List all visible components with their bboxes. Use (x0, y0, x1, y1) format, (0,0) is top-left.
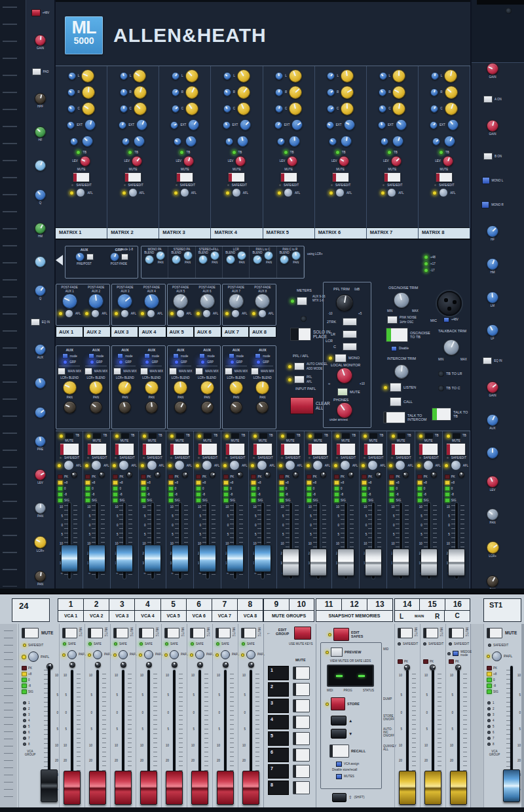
mute-button[interactable] (198, 443, 217, 455)
mute-group-button-4[interactable] (293, 716, 310, 729)
matrix-source-knob[interactable] (174, 138, 181, 145)
right-button[interactable] (482, 177, 490, 184)
trim-knob[interactable] (320, 472, 326, 478)
trim-knob[interactable] (348, 472, 354, 478)
right-lev-knob[interactable] (487, 476, 498, 488)
pink-noise-button[interactable] (387, 316, 398, 324)
fader-cap[interactable] (242, 771, 259, 805)
matrix-dest-knob[interactable] (240, 119, 251, 130)
vca-assign-button[interactable] (336, 762, 342, 767)
matrix-source-knob[interactable] (326, 121, 334, 129)
matrix-afl-button[interactable] (128, 188, 138, 197)
aux-afl-button[interactable] (147, 309, 155, 318)
matrix-source-knob[interactable] (67, 105, 75, 113)
matrix-lev-knob[interactable] (132, 156, 142, 166)
mute-button[interactable] (62, 628, 77, 638)
fader-cap[interactable] (172, 545, 189, 572)
trim-knob[interactable] (237, 472, 243, 478)
pafl-button[interactable] (28, 651, 39, 662)
matrix-source-knob[interactable] (277, 138, 285, 145)
mute-button[interactable] (60, 443, 79, 455)
mute-button[interactable] (22, 628, 39, 638)
matrix-dest-knob[interactable] (237, 86, 250, 99)
left-strip-lcr+-knob[interactable] (34, 536, 47, 549)
matrix-lev-knob[interactable] (235, 156, 246, 166)
left-strip-aux-knob[interactable] (35, 377, 46, 389)
aux-afl-button[interactable] (176, 309, 185, 318)
fader-cap[interactable] (227, 545, 244, 572)
mute-group-button-2[interactable] (293, 683, 310, 696)
fader-cap[interactable] (191, 771, 208, 805)
matrix-source-knob[interactable] (327, 72, 335, 80)
main-mix-button[interactable] (113, 368, 121, 375)
matrix-dest-knob[interactable] (133, 69, 146, 83)
matrix-dest-knob[interactable] (447, 119, 458, 130)
trim-knob[interactable] (155, 472, 160, 478)
mute-button[interactable] (139, 628, 154, 638)
matrix-dest-knob[interactable] (188, 119, 199, 130)
matrix-dest-knob[interactable] (444, 69, 457, 83)
matrix-dest-knob[interactable] (341, 136, 352, 147)
matrix-dest-knob[interactable] (392, 69, 405, 83)
trim-knob[interactable] (210, 472, 215, 478)
mute-button[interactable] (190, 628, 205, 638)
pafl-button[interactable] (221, 650, 230, 659)
right-aux-knob[interactable] (487, 447, 498, 459)
right-lcr+-knob[interactable] (487, 541, 499, 554)
lr-button[interactable] (343, 330, 357, 338)
left-strip-hm-knob[interactable] (35, 223, 46, 234)
matrix-dest-knob[interactable] (185, 102, 198, 115)
fader-cap[interactable] (310, 549, 327, 576)
matrix-afl-button[interactable] (232, 188, 241, 197)
afl-button[interactable] (147, 460, 157, 471)
tb-to-c-trim[interactable] (438, 385, 444, 391)
matrix-dest-knob[interactable] (344, 119, 355, 130)
mute-group-button-5[interactable] (293, 732, 310, 745)
left-strip-aux-knob[interactable] (35, 160, 46, 171)
afl-button[interactable] (395, 460, 405, 471)
main-mix-button[interactable] (225, 368, 233, 375)
trim-knob[interactable] (126, 472, 132, 478)
trim-knob[interactable] (293, 472, 299, 478)
matrix-dest-knob[interactable] (82, 136, 93, 147)
aux-master-knob[interactable] (117, 294, 132, 309)
edit-safes-button[interactable] (333, 628, 349, 641)
osc-noise-to-tb-button[interactable] (386, 328, 408, 342)
matrix-source-knob[interactable] (120, 72, 128, 80)
aux-master-knob[interactable] (255, 294, 270, 309)
left-strip-hpf-knob[interactable] (35, 93, 46, 104)
mode-button[interactable] (117, 353, 123, 358)
trim-knob[interactable] (182, 472, 188, 478)
pan-knob[interactable] (90, 401, 102, 414)
matrix-source-knob[interactable] (172, 105, 179, 113)
call-button[interactable] (390, 397, 402, 406)
fader-cap[interactable] (217, 771, 234, 805)
blend-knob[interactable] (253, 255, 262, 264)
left-strip-button[interactable] (31, 9, 41, 16)
matrix-dest-knob[interactable] (289, 86, 302, 99)
matrix-source-knob[interactable] (430, 88, 438, 96)
matrix-dest-knob[interactable] (291, 119, 303, 130)
fader-cap[interactable] (503, 769, 520, 802)
preview-button[interactable] (331, 648, 343, 657)
left-strip-aux-knob[interactable] (35, 256, 46, 267)
matrix-afl-button[interactable] (387, 188, 396, 197)
tb-to-lr-trim[interactable] (438, 371, 444, 377)
matrix-source-knob[interactable] (275, 72, 283, 80)
left-strip-q-knob[interactable] (35, 189, 46, 201)
matrix-lev-knob[interactable] (183, 156, 194, 166)
scroll-up-button[interactable] (331, 716, 346, 725)
matrix-mute-button[interactable] (228, 172, 245, 182)
aux-mode-knob[interactable] (75, 252, 84, 261)
talk-to-tb-button[interactable] (432, 408, 451, 421)
matrix-source-knob[interactable] (329, 138, 337, 145)
mute-group-button-3[interactable] (293, 699, 310, 712)
aux-master-knob[interactable] (88, 294, 103, 309)
blend-knob[interactable] (145, 255, 154, 264)
fader-cap[interactable] (448, 549, 465, 576)
blend-knob[interactable] (172, 255, 181, 264)
lcr-blend-knob[interactable] (200, 381, 214, 395)
pafl-button[interactable] (170, 650, 179, 659)
afl-button[interactable] (119, 460, 129, 471)
mute-group-button-7[interactable] (293, 765, 310, 778)
